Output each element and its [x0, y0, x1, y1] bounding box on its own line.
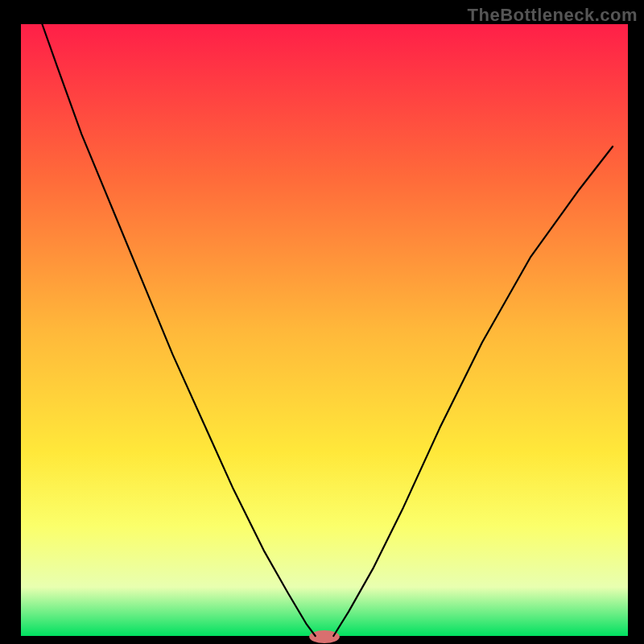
svg-rect-0	[21, 24, 628, 636]
chart-container	[0, 0, 644, 644]
chart-svg	[0, 0, 644, 644]
watermark-text: TheBottleneck.com	[468, 5, 638, 26]
